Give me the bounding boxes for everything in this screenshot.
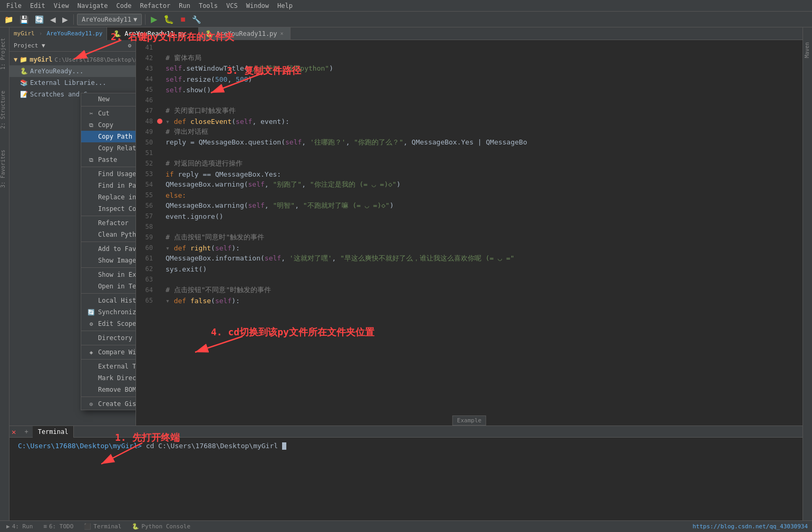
menu-navigate[interactable]: Navigate (73, 0, 112, 12)
ctx-remove-bom[interactable]: Remove BOM (81, 384, 136, 395)
code-line-53: 53 if reply == QMessageBox.Yes: (136, 169, 803, 179)
gutter-project-label[interactable]: 1: Project (0, 38, 9, 70)
status-left: ▶ 4: Run ≡ 6: TODO ⬛ Terminal 🐍 Python C… (4, 521, 192, 533)
ctx-create-gist[interactable]: ⊙Create Gist... (81, 398, 136, 410)
ctx-dp-label: Directory Path (98, 334, 136, 342)
ctx-copy[interactable]: ⧉Copy Ctrl+C (81, 119, 136, 131)
menu-tools[interactable]: Tools (195, 0, 222, 12)
status-terminal-label: Terminal (93, 523, 121, 530)
code-line-45: 45 self.show() (136, 84, 803, 95)
tab-file-2[interactable]: 🐍 AreYouReady11.py × (199, 27, 291, 40)
ctx-clean[interactable]: Clean Python Compiled Files (81, 229, 136, 240)
menu-code[interactable]: Code (112, 0, 136, 12)
ctx-show-explorer[interactable]: Show in Explorer (81, 269, 136, 280)
menu-run[interactable]: Run (175, 0, 195, 12)
tab-close-1[interactable]: × (189, 31, 192, 36)
terminal-tab[interactable]: Terminal (33, 426, 74, 438)
line-content-42: # 窗体布局 (166, 53, 803, 63)
line-num-53: 53 (136, 170, 157, 178)
ctx-refactor[interactable]: Refactor › (81, 217, 136, 229)
ctx-find-usages[interactable]: Find Usages Alt+F7 (81, 168, 136, 180)
line-num-59: 59 (136, 234, 157, 241)
tree-item-areyouready[interactable]: 🐍 AreYouReady... (9, 65, 136, 77)
tree-file-label: AreYouReady... (30, 67, 83, 75)
ctx-find-path[interactable]: Find in Path... Ctrl+Shift+F (81, 180, 136, 191)
terminal-section: ✕ + Terminal C:\Users\17688\Desktop\myGi… (9, 425, 803, 520)
menu-refactor[interactable]: Refactor (136, 0, 175, 12)
status-right: https://blog.csdn.net/qq_43030934 (692, 523, 808, 530)
status-bar: ▶ 4: Run ≡ 6: TODO ⬛ Terminal 🐍 Python C… (0, 520, 812, 532)
ctx-copy-icon: ⧉ (88, 122, 95, 129)
ctx-add-favorites[interactable]: Add to Favorites › (81, 243, 136, 255)
ctx-new[interactable]: New › (81, 93, 136, 105)
ctx-rb-label: Remove BOM (98, 386, 136, 393)
toolbar-project-icon[interactable]: 📁 (2, 13, 15, 26)
tree-item-external-lib[interactable]: 📚 External Librarie... (9, 77, 136, 89)
ctx-ext-label: External Tools (98, 363, 136, 370)
ctx-cut[interactable]: ✂Cut Ctrl+X (81, 108, 136, 119)
toolbar-sync-btn[interactable]: 🔄 (33, 13, 46, 26)
folder-img-icon: 📁 (20, 56, 27, 63)
toolbar-back-btn[interactable]: ◀ (48, 13, 58, 26)
tree-folder-label: myGirl (30, 56, 52, 63)
breakpoint-48 (157, 119, 162, 124)
ctx-open-terminal[interactable]: Open in Terminal (81, 280, 136, 292)
project-name-label: AreYouReady11 (82, 16, 131, 23)
debug-button[interactable]: 🐛 (161, 13, 176, 26)
status-todo-btn[interactable]: ≡ 6: TODO (41, 521, 75, 533)
sidebar-header[interactable]: Project ▼ ⚙ (9, 40, 136, 52)
ctx-dir-path[interactable]: Directory Path Ctrl+Alt+F12 (81, 332, 136, 344)
ctx-external-tools[interactable]: External Tools › (81, 361, 136, 372)
editor-row: Project ▼ ⚙ ▼ 📁 myGirl C:\Users\17688\De… (9, 40, 803, 425)
stop-button[interactable]: ■ (178, 13, 188, 26)
ctx-compare[interactable]: ◈Compare With... Ctrl+D (81, 346, 136, 358)
menu-help[interactable]: Help (273, 0, 297, 12)
status-terminal-btn[interactable]: ⬛ Terminal (82, 521, 123, 533)
menu-window[interactable]: Window (242, 0, 273, 12)
ctx-local-history[interactable]: Local History › (81, 295, 136, 306)
toolbar-forward-btn[interactable]: ▶ (60, 13, 70, 26)
line-num-61: 61 (136, 255, 157, 262)
ctx-show-thumbnails[interactable]: Show Image Thumbnails Ctrl+Shift+T (81, 255, 136, 266)
gutter-structure-label[interactable]: 2: Structure (0, 91, 9, 129)
settings-button[interactable]: 🔧 (190, 13, 203, 26)
gutter-favorites-label[interactable]: 3: Favorites (0, 150, 9, 188)
toolbar-save-btn[interactable]: 💾 (17, 13, 31, 26)
status-run-btn[interactable]: ▶ 4: Run (4, 521, 35, 533)
menu-vcs[interactable]: VCS (222, 0, 242, 12)
terminal-tab-label: Terminal (38, 428, 69, 436)
run-button[interactable]: ▶ (149, 13, 159, 26)
ctx-rp-label: Replace in Path... (98, 194, 136, 201)
ctx-copy-relative[interactable]: Copy Relative Path Ctrl+Alt+Shift+C (81, 142, 136, 154)
sidebar-gear-icon[interactable]: ⚙ (128, 42, 131, 49)
menu-bar: File Edit View Navigate Code Refactor Ru… (0, 0, 812, 12)
run-icon: ▶ (6, 523, 10, 530)
ctx-replace-path[interactable]: Replace in Path... Ctrl+Shift+R (81, 191, 136, 203)
menu-file[interactable]: File (2, 0, 26, 12)
project-config-dropdown[interactable]: AreYouReady11 ▼ (77, 14, 142, 25)
ctx-mark-dir[interactable]: Mark Directory as › (81, 372, 136, 384)
terminal-add-btn[interactable]: + (22, 428, 30, 436)
menu-view[interactable]: View (50, 0, 73, 12)
status-python-btn[interactable]: 🐍 Python Console (130, 521, 192, 533)
code-editor[interactable]: 41 42 # 窗体布局 43 (136, 40, 803, 425)
tab-file-1[interactable]: 🐍 AreYouReady11.py × (107, 27, 199, 40)
tree-item-mygirl[interactable]: ▼ 📁 myGirl C:\Users\17688\Desktop\myGirl (9, 54, 136, 65)
terminal-close-btn[interactable]: ✕ (12, 428, 16, 436)
tab-file-1-icon: 🐍 (113, 30, 121, 37)
line-content-52: # 对返回的选项进行操作 (166, 159, 803, 168)
ctx-sync[interactable]: 🔄Synchronize 'myGirl' (81, 306, 136, 318)
tab-file-2-label: AreYouReady11.py (216, 30, 277, 37)
line-content-48: ▾ def closeEvent(self, event): (166, 118, 803, 125)
ctx-edit-scopes[interactable]: ⚙Edit Scopes... (81, 318, 136, 330)
terminal-cursor (282, 442, 286, 450)
ctx-paste[interactable]: ⧉Paste Ctrl+V (81, 154, 136, 166)
code-line-64: 64 # 点击按钮"不同意"时触发的事件 (136, 285, 803, 295)
tab-close-2[interactable]: × (281, 31, 284, 36)
menu-edit[interactable]: Edit (26, 0, 50, 12)
right-label-1[interactable]: Maven (803, 38, 812, 62)
ctx-copy-path[interactable]: Copy Path Ctrl+Shift+C (81, 131, 136, 142)
ctx-inspect[interactable]: Inspect Code... (81, 203, 136, 215)
example-label: Example (452, 415, 486, 425)
ctx-se-label: Show in Explorer (98, 271, 136, 278)
